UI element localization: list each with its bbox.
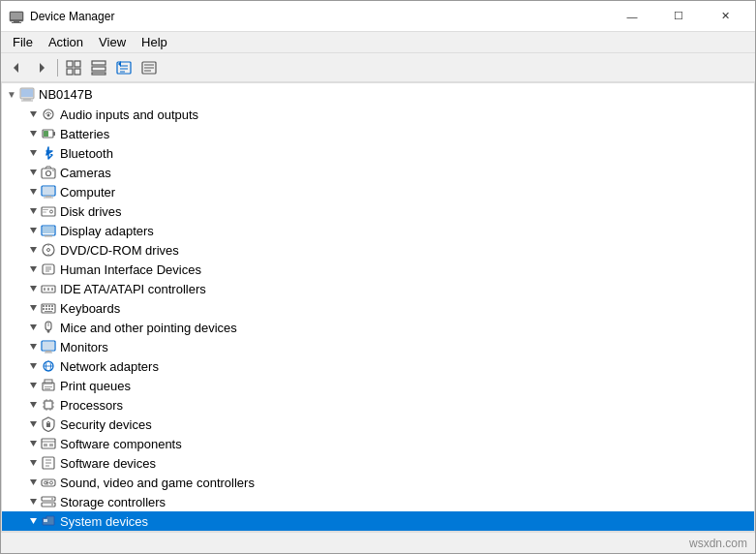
item-label: Print queues <box>60 379 131 393</box>
tree-item[interactable]: Display adapters <box>2 221 754 240</box>
tree-item[interactable]: Storage controllers <box>2 492 754 511</box>
svg-rect-25 <box>21 101 33 102</box>
svg-rect-62 <box>44 288 45 291</box>
tree-item[interactable]: Mice and other pointing devices <box>2 318 754 337</box>
expand-icon[interactable] <box>25 455 41 471</box>
expand-icon[interactable] <box>25 416 41 432</box>
tree-item[interactable]: Bluetooth <box>2 143 754 163</box>
expand-icon[interactable] <box>25 397 41 413</box>
expand-icon[interactable] <box>25 378 41 393</box>
status-text <box>5 533 681 554</box>
svg-marker-119 <box>30 479 37 485</box>
expand-icon[interactable] <box>25 358 41 374</box>
tree-item[interactable]: Cameras <box>2 163 754 182</box>
expand-icon[interactable] <box>25 281 41 296</box>
expand-icon[interactable] <box>25 494 41 509</box>
expand-icon[interactable] <box>25 242 41 258</box>
expand-icon[interactable] <box>25 126 41 141</box>
svg-rect-10 <box>92 61 106 65</box>
expand-icon[interactable] <box>25 475 41 490</box>
view-devices-by-type-button[interactable] <box>62 56 85 79</box>
expand-icon[interactable] <box>25 203 41 219</box>
tree-item[interactable]: Print queues <box>2 376 754 395</box>
item-label: Software components <box>60 437 182 451</box>
tree-item[interactable]: System devices <box>2 511 754 531</box>
svg-rect-94 <box>45 388 50 389</box>
item-type-icon <box>41 145 56 161</box>
item-type-icon <box>41 416 56 432</box>
svg-marker-55 <box>30 266 37 272</box>
view-resources-by-connection-button[interactable] <box>137 56 161 79</box>
tree-item[interactable]: Network adapters <box>2 356 754 376</box>
minimize-button[interactable]: — <box>610 1 654 32</box>
menu-file[interactable]: File <box>5 32 41 53</box>
tree-item[interactable]: Sound, video and game controllers <box>2 473 754 492</box>
expand-icon[interactable] <box>25 339 41 354</box>
item-label: Mice and other pointing devices <box>60 321 237 335</box>
expand-icon[interactable] <box>25 223 41 238</box>
item-type-icon <box>41 262 56 277</box>
tree-item[interactable]: DVD/CD-ROM drives <box>2 240 754 260</box>
svg-rect-73 <box>48 308 50 310</box>
item-type-icon <box>41 358 56 374</box>
menu-view[interactable]: View <box>91 32 134 53</box>
tree-items-list: Audio inputs and outputsBatteriesBluetoo… <box>2 105 754 532</box>
tree-item[interactable]: IDE ATA/ATAPI controllers <box>2 279 754 298</box>
svg-rect-67 <box>43 305 45 307</box>
expand-icon[interactable] <box>25 513 41 529</box>
view-devices-by-connection-button[interactable] <box>87 56 110 79</box>
expand-icon[interactable] <box>25 300 41 316</box>
menu-help[interactable]: Help <box>134 32 175 53</box>
expand-icon[interactable] <box>25 107 41 122</box>
svg-marker-106 <box>30 421 37 427</box>
expand-icon[interactable] <box>25 165 41 180</box>
svg-marker-43 <box>30 208 37 214</box>
expand-icon[interactable] <box>25 145 41 161</box>
svg-rect-11 <box>92 67 106 71</box>
item-type-icon <box>41 184 56 200</box>
expand-icon[interactable] <box>25 262 41 277</box>
item-type-icon <box>41 436 56 451</box>
maximize-button[interactable]: ☐ <box>656 1 701 32</box>
item-type-icon <box>41 378 56 393</box>
tree-item[interactable]: Security devices <box>2 415 754 434</box>
item-type-icon <box>41 242 56 258</box>
menu-action[interactable]: Action <box>41 32 91 53</box>
device-tree[interactable]: ▼ NB0147B Audio inputs and outputsBatter… <box>1 82 755 532</box>
svg-rect-69 <box>48 305 50 307</box>
svg-marker-81 <box>30 344 37 350</box>
tree-item[interactable]: Software components <box>2 434 754 453</box>
svg-rect-113 <box>49 444 53 446</box>
tree-item[interactable]: Audio inputs and outputs <box>2 105 754 124</box>
forward-button[interactable] <box>30 56 53 79</box>
item-label: System devices <box>60 514 148 529</box>
item-label: Monitors <box>60 340 108 354</box>
svg-rect-3 <box>12 22 21 23</box>
item-type-icon <box>41 494 56 509</box>
svg-rect-7 <box>75 61 80 67</box>
tree-item[interactable]: Computer <box>2 182 754 201</box>
expand-icon[interactable] <box>25 436 41 451</box>
tree-item[interactable]: Software devices <box>2 453 754 473</box>
svg-point-36 <box>46 171 51 176</box>
view-resources-by-type-button[interactable] <box>112 56 136 79</box>
item-label: Computer <box>60 185 115 200</box>
tree-item[interactable]: Batteries <box>2 124 754 143</box>
item-label: DVD/CD-ROM drives <box>60 243 179 258</box>
svg-marker-29 <box>30 131 37 137</box>
svg-rect-72 <box>45 308 47 310</box>
expand-icon[interactable] <box>25 184 41 200</box>
tree-item[interactable]: Monitors <box>2 337 754 356</box>
root-item[interactable]: ▼ NB0147B <box>2 83 754 105</box>
item-label: Human Interface Devices <box>60 262 201 277</box>
tree-item[interactable]: Keyboards <box>2 298 754 318</box>
tree-item[interactable]: Human Interface Devices <box>2 260 754 279</box>
back-button[interactable] <box>5 56 28 79</box>
svg-marker-130 <box>30 518 37 524</box>
expand-icon[interactable] <box>25 320 41 335</box>
svg-rect-24 <box>23 99 31 101</box>
tree-item[interactable]: Disk drives <box>2 201 754 221</box>
tree-item[interactable]: Processors <box>2 395 754 415</box>
close-button[interactable]: ✕ <box>703 1 747 32</box>
root-expand-icon[interactable]: ▼ <box>4 86 19 102</box>
